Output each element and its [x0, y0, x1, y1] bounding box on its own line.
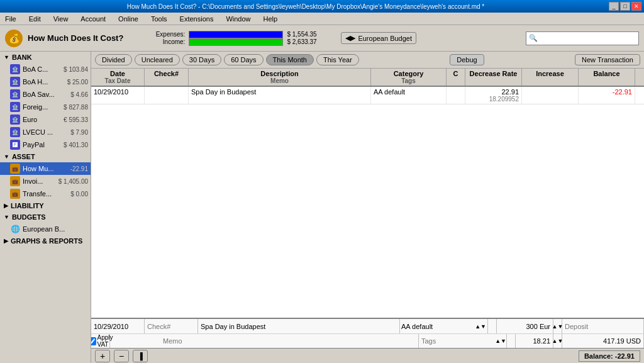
60days-button[interactable]: 60 Days — [224, 54, 263, 65]
tags-arrow[interactable]: ▲▼ — [495, 338, 506, 344]
sidebar-section-bank[interactable]: ▼ BANK — [0, 52, 91, 63]
edit-memo[interactable] — [160, 334, 419, 348]
graphs-section-label: GRAPHS & REPORTS — [11, 237, 82, 245]
search-input[interactable] — [540, 35, 636, 42]
menu-edit[interactable]: Edit — [26, 14, 43, 24]
menu-online[interactable]: Online — [116, 14, 141, 24]
sidebar-item-foreig[interactable]: 🏦 Foreig... $ 827.88 — [0, 101, 91, 113]
bank-icon-2: 🏦 — [10, 77, 20, 87]
budget-globe-icon: 🌐 — [10, 224, 20, 234]
edit-rate-stepper[interactable]: ▲▼ — [553, 334, 562, 348]
edit-rate-spacer — [507, 334, 516, 348]
edit-amount-arrow[interactable]: ▲▼ — [553, 319, 562, 333]
sidebar-section-budgets[interactable]: ▼ BUDGETS — [0, 211, 91, 223]
divided-button[interactable]: Divided — [95, 54, 132, 65]
transaction-table: Date Tax Date Check# Description Memo Ca… — [91, 69, 644, 348]
apply-vat-label: Apply VAT — [97, 334, 113, 348]
30days-button[interactable]: 30 Days — [182, 54, 221, 65]
app-icon: 💰 — [5, 30, 23, 47]
edit-deposit-input[interactable] — [562, 323, 643, 330]
search-icon: 🔍 — [529, 34, 538, 42]
sidebar-howmu-label: How Mu... — [23, 165, 54, 172]
asset-icon: 💼 — [10, 164, 20, 174]
uncleared-button[interactable]: Uncleared — [135, 54, 180, 65]
sidebar-boa-sav-label: BoA Sav... — [23, 91, 55, 98]
edit-rate: 18.21 — [516, 334, 553, 348]
asset-triangle-icon: ▼ — [4, 154, 9, 160]
this-month-button[interactable]: This Month — [266, 54, 314, 65]
title-bar: How Much Does It Cost? - C:\Documents an… — [0, 0, 644, 13]
sidebar-foreig-amount: $ 827.88 — [64, 104, 88, 111]
rate-stepper-icon[interactable]: ▲▼ — [552, 338, 564, 344]
maximize-button[interactable]: □ — [620, 2, 630, 11]
close-button[interactable]: ✕ — [631, 2, 641, 11]
sidebar-item-howmu[interactable]: 💼 How Mu... -22.91 — [0, 162, 91, 175]
menu-view[interactable]: View — [51, 14, 71, 24]
expenses-bar-fill — [189, 31, 282, 38]
remove-transaction-button[interactable]: − — [114, 350, 129, 362]
sidebar-item-boa-c[interactable]: 🏦 BoA C... $ 103.84 — [0, 63, 91, 75]
budget-selector[interactable]: ◀▶ European Budget — [341, 32, 416, 44]
edit-tags[interactable]: ▲▼ — [419, 334, 507, 348]
sidebar-item-invoi[interactable]: 💼 Invoi... $ 1,405.00 — [0, 175, 91, 187]
menu-help[interactable]: Help — [261, 14, 280, 24]
edit-check-input[interactable] — [145, 323, 197, 330]
category-arrow[interactable]: ▲▼ — [475, 323, 486, 330]
sidebar-section-asset[interactable]: ▼ ASSET — [0, 151, 91, 162]
sidebar-euro-amount: € 595.33 — [64, 116, 88, 123]
minimize-button[interactable]: _ — [609, 2, 619, 11]
menu-file[interactable]: File — [3, 14, 19, 24]
edit-description[interactable] — [198, 319, 400, 333]
edit-category[interactable]: AA default ▲▼ — [400, 319, 488, 333]
sidebar-item-lvecu[interactable]: 🏦 LVECU ... $ 7.90 — [0, 126, 91, 138]
menu-account[interactable]: Account — [78, 14, 108, 24]
income-bar-fill — [189, 39, 282, 45]
edit-tags-input[interactable] — [419, 337, 495, 345]
window-controls[interactable]: _ □ ✕ — [609, 2, 641, 11]
expenses-amount: $ 1,554.35 — [287, 31, 331, 38]
divider-button[interactable]: ▐ — [133, 350, 148, 362]
col-decrease: Decrease Rate — [465, 69, 522, 86]
edit-memo-input[interactable] — [160, 337, 418, 345]
edit-check[interactable] — [145, 319, 198, 333]
cell-balance: -22.91 — [579, 87, 635, 104]
sidebar-section-liability[interactable]: ▶ LIABILITY — [0, 200, 91, 211]
edit-description-input[interactable] — [198, 323, 399, 330]
sidebar-item-boa-sav[interactable]: 🏦 BoA Sav... $ 4.66 — [0, 88, 91, 101]
this-year-button[interactable]: This Year — [316, 54, 359, 65]
new-transaction-button[interactable]: New Transaction — [575, 54, 640, 65]
edit-deposit[interactable] — [562, 319, 644, 333]
edit-cleared-spacer — [488, 319, 497, 333]
menu-bar: File Edit View Account Online Tools Exte… — [0, 13, 644, 25]
menu-tools[interactable]: Tools — [148, 14, 170, 24]
header: 💰 How Much Does It Cost? Expenses: $ 1,5… — [0, 25, 644, 52]
debug-button[interactable]: Debug — [450, 54, 484, 65]
edit-amount-right[interactable]: 300 Eur — [497, 319, 553, 333]
sidebar-lvecu-amount: $ 7.90 — [70, 129, 88, 136]
add-transaction-button[interactable]: + — [95, 350, 110, 362]
search-box[interactable]: 🔍 — [526, 31, 639, 45]
sidebar-item-european-b[interactable]: 🌐 European B... — [0, 223, 91, 235]
table-row[interactable]: 10/29/2010 Spa Day in Budapest AA defaul… — [91, 87, 644, 104]
content-area: Divided Uncleared 30 Days 60 Days This M… — [91, 52, 644, 363]
col-cleared: C — [447, 69, 465, 86]
edit-vat-checkbox-cell[interactable]: Apply VAT — [91, 334, 110, 348]
menu-extensions[interactable]: Extensions — [177, 14, 216, 24]
sidebar-invoi-label: Invoi... — [23, 177, 43, 185]
sidebar-section-graphs[interactable]: ▶ GRAPHS & REPORTS — [0, 235, 91, 247]
apply-vat-checkbox[interactable] — [91, 337, 96, 345]
sidebar-foreig-label: Foreig... — [23, 103, 48, 111]
budgets-triangle-icon: ▼ — [4, 214, 9, 220]
cell-date: 10/29/2010 — [91, 87, 145, 104]
main-area: ▼ BANK 🏦 BoA C... $ 103.84 🏦 BoA H... $ … — [0, 52, 644, 363]
sidebar-item-paypal[interactable]: 🅿 PayPal $ 401.30 — [0, 138, 91, 151]
menu-window[interactable]: Window — [223, 14, 253, 24]
asset-icon-2: 💼 — [10, 176, 20, 186]
sidebar-item-boa-h[interactable]: 🏦 BoA H... $ 25.00 — [0, 75, 91, 88]
sidebar-item-euro[interactable]: 🏦 Euro € 595.33 — [0, 113, 91, 126]
amount-stepper-icon[interactable]: ▲▼ — [552, 323, 564, 330]
sidebar-item-transfe[interactable]: 💼 Transfe... $ 0.00 — [0, 187, 91, 200]
expenses-label: Expenses: — [141, 31, 185, 38]
app-title: How Much Does It Cost? — [28, 33, 123, 43]
cell-description: Spa Day in Budapest — [189, 87, 371, 104]
